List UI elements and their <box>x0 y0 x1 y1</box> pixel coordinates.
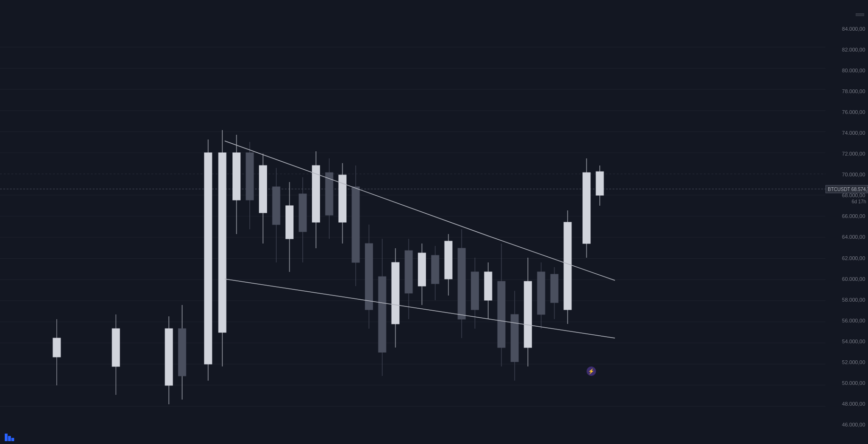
svg-rect-20 <box>53 338 61 357</box>
svg-rect-91 <box>8 436 11 441</box>
svg-rect-32 <box>233 153 240 200</box>
price-label-11: 62.000,00 <box>827 255 865 261</box>
price-label-8: 68.000,00 <box>827 192 865 198</box>
price-label-16: 52.000,00 <box>827 359 865 365</box>
price-label-10: 64.000,00 <box>827 234 865 240</box>
svg-rect-72 <box>498 281 505 348</box>
svg-rect-68 <box>471 272 479 310</box>
price-label-1: 82.000,00 <box>827 47 865 52</box>
price-label-19: 46.000,00 <box>827 422 865 427</box>
svg-rect-56 <box>392 262 399 324</box>
svg-rect-48 <box>339 175 346 222</box>
svg-rect-84 <box>583 173 590 244</box>
chart-svg: .grid-line { stroke: #1e222d; stroke-wid… <box>0 26 825 427</box>
price-label-9: 66.000,00 <box>827 213 865 219</box>
price-label-17: 50.000,00 <box>827 380 865 386</box>
svg-rect-24 <box>165 329 173 385</box>
tradingview-logo <box>5 434 17 441</box>
svg-rect-76 <box>524 281 532 348</box>
svg-rect-62 <box>431 255 439 284</box>
price-label-13: 58.000,00 <box>827 297 865 303</box>
price-label-6: 72.000,00 <box>827 151 865 157</box>
svg-rect-64 <box>445 241 452 279</box>
svg-rect-40 <box>286 206 293 239</box>
svg-rect-36 <box>259 165 267 213</box>
price-axis: 84.000,0082.000,0080.000,0078.000,0076.0… <box>825 26 868 427</box>
price-label-5: 74.000,00 <box>827 130 865 136</box>
svg-rect-80 <box>551 274 558 303</box>
svg-rect-82 <box>564 222 571 310</box>
svg-rect-92 <box>11 438 14 441</box>
price-label-3: 78.000,00 <box>827 88 865 94</box>
svg-rect-26 <box>178 329 186 376</box>
svg-rect-38 <box>272 187 280 225</box>
price-label-18: 48.000,00 <box>827 401 865 407</box>
svg-rect-42 <box>299 194 307 232</box>
chart-area[interactable]: .grid-line { stroke: #1e222d; stroke-wid… <box>0 26 825 427</box>
chart-header <box>0 0 868 26</box>
svg-rect-66 <box>458 248 465 319</box>
svg-rect-30 <box>219 153 226 332</box>
price-label-7: 70.000,00 <box>827 172 865 177</box>
price-label-12: 60.000,00 <box>827 276 865 282</box>
lightning-badge: ⚡ <box>587 366 596 376</box>
svg-rect-74 <box>511 314 518 362</box>
tv-logo-icon <box>5 434 14 441</box>
price-label-15: 54.000,00 <box>827 339 865 344</box>
svg-rect-52 <box>365 244 373 310</box>
price-label-0: 84.000,00 <box>827 26 865 32</box>
price-label-4: 76.000,00 <box>827 109 865 115</box>
svg-rect-58 <box>405 251 412 293</box>
svg-rect-86 <box>596 172 604 195</box>
svg-rect-54 <box>378 277 386 352</box>
svg-rect-60 <box>418 253 426 286</box>
svg-rect-28 <box>204 153 212 364</box>
svg-rect-78 <box>537 272 545 314</box>
price-label-14: 56.000,00 <box>827 318 865 323</box>
price-label-2: 80.000,00 <box>827 68 865 73</box>
svg-rect-34 <box>246 153 254 200</box>
currency-badge <box>856 13 864 16</box>
svg-rect-22 <box>112 329 120 366</box>
svg-rect-50 <box>352 187 359 262</box>
svg-rect-90 <box>5 434 8 441</box>
time-axis <box>0 427 825 444</box>
svg-rect-70 <box>484 272 492 300</box>
